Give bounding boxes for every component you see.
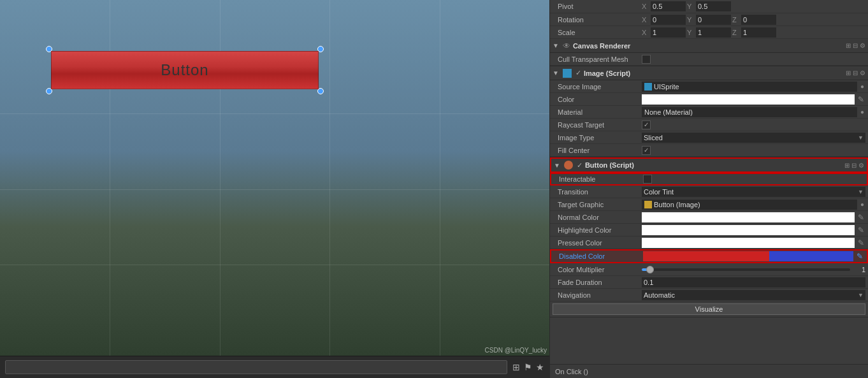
- slider-thumb[interactable]: [646, 266, 654, 273]
- rotation-xyz: X Y Z: [642, 15, 865, 25]
- inspector-panel: Pivot X Y Rotation X: [549, 0, 868, 378]
- normal-color-field[interactable]: [642, 212, 855, 222]
- gear-icon-img[interactable]: ⚙: [860, 69, 865, 76]
- rotation-y-label: Y: [687, 16, 695, 24]
- image-color-row: Color ✎: [550, 93, 868, 106]
- tag-icon[interactable]: ⚑: [524, 362, 532, 372]
- scene-search-input[interactable]: [5, 360, 507, 374]
- highlighted-color-field[interactable]: [642, 225, 855, 235]
- fade-duration-input[interactable]: [642, 277, 865, 287]
- navigation-value: Automatic ▼: [642, 290, 865, 300]
- maximize-icon-img[interactable]: ⊟: [853, 69, 858, 76]
- source-image-label: Source Image: [553, 83, 642, 91]
- button-script-icon: [564, 161, 573, 170]
- rotation-x-field: X: [642, 15, 686, 25]
- image-script-check[interactable]: ✓: [575, 69, 581, 77]
- cull-transparent-label: Cull Transparent Mesh: [553, 55, 642, 63]
- source-image-field[interactable]: UISprite: [642, 82, 857, 92]
- material-label: Material: [553, 108, 642, 116]
- pivot-y-field: Y: [687, 1, 731, 11]
- slider-track[interactable]: [642, 268, 850, 271]
- rotation-y-input[interactable]: [696, 15, 731, 25]
- material-picker[interactable]: ●: [859, 108, 865, 115]
- lock-icon-img[interactable]: ⊞: [846, 69, 851, 76]
- scene-button-text: Button: [161, 61, 208, 79]
- target-graphic-field[interactable]: Button (Image): [642, 200, 857, 210]
- scale-xyz: X Y Z: [642, 27, 865, 38]
- visualize-button[interactable]: Visualize: [553, 303, 865, 315]
- scene-view[interactable]: Button ⊞ ⚑ ★ CSDN @LinQY_lucky: [0, 0, 549, 378]
- raycast-target-row: Raycast Target: [550, 119, 868, 131]
- image-color-value: ✎: [642, 94, 865, 105]
- image-script-icon: [563, 69, 572, 78]
- gear-icon[interactable]: ⚙: [860, 42, 865, 49]
- image-script-section: ▼ ✓ Image (Script) ⊞ ⊟ ⚙ Source Image UI…: [550, 66, 868, 157]
- image-type-dropdown[interactable]: Sliced ▼: [642, 133, 865, 143]
- scale-z-input[interactable]: [741, 27, 776, 38]
- scene-button-container: Button: [38, 38, 331, 102]
- normal-color-label: Normal Color: [553, 214, 642, 221]
- pressed-color-value: ✎: [642, 238, 865, 248]
- canvas-renderer-section: ▼ 👁 Canvas Renderer ⊞ ⊟ ⚙ Cull Transpare…: [550, 39, 868, 66]
- material-text: None (Material): [644, 108, 693, 116]
- source-image-text: UISprite: [654, 83, 679, 91]
- gear-icon-btn[interactable]: ⚙: [858, 162, 864, 169]
- pressed-color-row: Pressed Color ✎: [550, 236, 868, 249]
- image-script-header[interactable]: ▼ ✓ Image (Script) ⊞ ⊟ ⚙: [550, 66, 868, 80]
- disabled-color-edit[interactable]: ✎: [855, 252, 864, 261]
- target-graphic-row: Target Graphic Button (Image) ●: [550, 198, 868, 211]
- scale-y-input[interactable]: [696, 27, 731, 38]
- material-field[interactable]: None (Material): [642, 107, 857, 117]
- rotation-y-field: Y: [687, 15, 731, 25]
- source-image-value: UISprite ●: [642, 82, 865, 92]
- maximize-icon[interactable]: ⊟: [853, 42, 858, 49]
- rotation-z-input[interactable]: [741, 15, 776, 25]
- pivot-y-label: Y: [687, 3, 695, 10]
- canvas-renderer-header[interactable]: ▼ 👁 Canvas Renderer ⊞ ⊟ ⚙: [550, 39, 868, 53]
- transition-dropdown[interactable]: Color Tint ▼: [642, 187, 865, 197]
- highlighted-color-edit[interactable]: ✎: [857, 226, 865, 235]
- image-color-label: Color: [553, 96, 642, 103]
- eye-icon[interactable]: 👁: [563, 41, 570, 50]
- target-graphic-picker[interactable]: ●: [859, 201, 865, 208]
- scale-row: Scale X Y Z: [550, 26, 868, 39]
- lock-icon[interactable]: ⊞: [846, 42, 851, 49]
- fill-center-checkbox[interactable]: [642, 146, 651, 155]
- lock-icon-btn[interactable]: ⊞: [844, 162, 850, 169]
- scale-value: X Y Z: [642, 27, 865, 38]
- navigation-dropdown[interactable]: Automatic ▼: [642, 290, 865, 300]
- maximize-icon-btn[interactable]: ⊟: [851, 162, 857, 169]
- scale-x-input[interactable]: [651, 27, 686, 38]
- button-script-header[interactable]: ▼ ✓ Button (Script) ⊞ ⊟ ⚙: [550, 157, 868, 173]
- pressed-color-edit[interactable]: ✎: [857, 238, 865, 247]
- canvas-renderer-icons: ⊞ ⊟ ⚙: [846, 42, 865, 49]
- normal-color-edit[interactable]: ✎: [857, 213, 865, 222]
- rotation-z-field: Z: [732, 15, 776, 25]
- image-color-edit[interactable]: ✎: [857, 95, 865, 104]
- disabled-color-value: ✎: [643, 251, 864, 261]
- interactable-checkbox[interactable]: [643, 175, 652, 184]
- button-script-section: ▼ ✓ Button (Script) ⊞ ⊟ ⚙ Interactable T…: [550, 157, 868, 317]
- rotation-value: X Y Z: [642, 15, 865, 25]
- rotation-x-input[interactable]: [651, 15, 686, 25]
- button-script-check[interactable]: ✓: [577, 161, 582, 170]
- scale-label: Scale: [553, 29, 642, 36]
- disabled-color-field[interactable]: [643, 251, 853, 261]
- cull-transparent-checkbox[interactable]: [642, 55, 651, 64]
- button-script-section-icons: ⊞ ⊟ ⚙: [844, 162, 864, 169]
- image-type-value: Sliced ▼: [642, 133, 865, 143]
- rotation-z-label: Z: [732, 16, 740, 24]
- pivot-x-input[interactable]: [651, 1, 686, 11]
- image-color-field[interactable]: [642, 94, 855, 105]
- canvas-renderer-title: Canvas Renderer: [573, 42, 843, 50]
- star-icon[interactable]: ★: [536, 362, 544, 372]
- source-image-picker[interactable]: ●: [859, 83, 865, 90]
- scene-button[interactable]: Button: [51, 51, 319, 89]
- folder-icon[interactable]: ⊞: [512, 362, 520, 372]
- pivot-y-input[interactable]: [696, 1, 731, 11]
- pressed-color-field[interactable]: [642, 238, 855, 248]
- raycast-target-checkbox[interactable]: [642, 120, 651, 129]
- color-multiplier-text: 1: [853, 266, 865, 273]
- fill-center-row: Fill Center: [550, 144, 868, 157]
- fill-center-label: Fill Center: [553, 147, 642, 154]
